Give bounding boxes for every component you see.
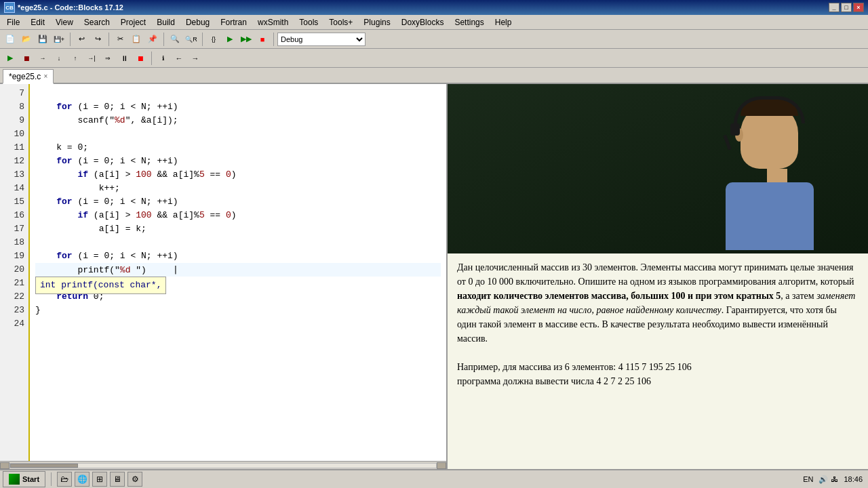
code-line-21: int printf(const char*, (35, 277, 441, 290)
statusbar-sep-1 (51, 472, 52, 486)
editor-scrollbar[interactable] (0, 461, 446, 469)
redo-button[interactable]: ↪ (90, 32, 105, 47)
debug-run-to-button[interactable]: →| (84, 51, 99, 66)
window-controls[interactable]: _ □ × (829, 3, 864, 12)
menu-file[interactable]: File (1, 16, 25, 28)
menu-debug[interactable]: Debug (180, 16, 215, 28)
scrollbar-thumb[interactable] (10, 464, 78, 468)
cut-button[interactable]: ✂ (113, 32, 127, 47)
separator (202, 33, 203, 46)
find-replace-button[interactable]: 🔍R (184, 32, 199, 47)
close-button[interactable]: × (853, 3, 864, 12)
code-line-14: k++; (35, 182, 441, 195)
code-text-area[interactable]: for (i = 0; i < N; ++i) scanf("%d", &a[i… (30, 84, 446, 469)
menu-edit[interactable]: Edit (25, 16, 50, 28)
taskbar-windows-icon[interactable]: ⊞ (92, 472, 107, 487)
menu-build[interactable]: Build (151, 16, 180, 28)
paste-button[interactable]: 📌 (145, 32, 160, 47)
menu-project[interactable]: Project (115, 16, 151, 28)
code-line-10 (35, 127, 441, 141)
menu-view[interactable]: View (50, 16, 79, 28)
person-head (741, 104, 798, 169)
task-example-1: Например, для массива из 6 элементов: 4 … (457, 360, 859, 374)
menu-help[interactable]: Help (490, 16, 517, 28)
menu-search[interactable]: Search (79, 16, 115, 28)
debug-stop2-button[interactable]: ⏹ (133, 51, 148, 66)
stop-button[interactable]: ■ (255, 32, 270, 47)
line-num-21: 21 (0, 277, 28, 290)
find-button[interactable]: 🔍 (167, 32, 182, 47)
run-button[interactable]: ▶ (222, 32, 237, 47)
taskbar-browser-icon[interactable]: 🌐 (75, 472, 90, 487)
debug-back-button[interactable]: ← (172, 51, 186, 66)
autocomplete-popup: int printf(const char*, (35, 277, 166, 294)
line-num-18: 18 (0, 236, 28, 249)
clock: 18:46 (841, 475, 865, 483)
keyword-if-16: if (77, 210, 88, 220)
separator (273, 33, 274, 46)
menu-plugins[interactable]: Plugins (358, 16, 395, 28)
maximize-button[interactable]: □ (841, 3, 852, 12)
start-button[interactable]: Start (3, 471, 45, 487)
menu-tools[interactable]: Tools (294, 16, 323, 28)
taskbar-program-icon[interactable]: 🖥 (110, 472, 125, 487)
code-line-18 (35, 236, 441, 249)
separator (151, 52, 152, 65)
person-body (726, 182, 814, 250)
scroll-right-btn[interactable] (437, 462, 446, 469)
debug-run-button[interactable]: ▶ (3, 51, 18, 66)
code-line-17: a[i] = k; (35, 222, 441, 236)
scroll-left-btn[interactable] (0, 462, 9, 469)
line-num-14: 14 (0, 182, 28, 195)
scrollbar-track[interactable] (9, 463, 437, 468)
debug-forward-button[interactable]: → (188, 51, 203, 66)
debug-stop-button[interactable]: ⏹ (19, 51, 34, 66)
open-button[interactable]: 📂 (19, 32, 34, 47)
person-figure (741, 104, 814, 250)
line-num-11: 11 (0, 141, 28, 155)
debug-next-button[interactable]: → (35, 51, 50, 66)
menu-doxyblocks[interactable]: DoxyBlocks (396, 16, 450, 28)
new-button[interactable]: 📄 (3, 32, 18, 47)
code-editor[interactable]: 7 8 9 10 11 12 13 14 15 16 17 18 19 20 2… (0, 84, 448, 469)
line-num-13: 13 (0, 168, 28, 182)
debug-step-button[interactable]: ↓ (52, 51, 66, 66)
menu-fortran[interactable]: Fortran (215, 16, 252, 28)
minimize-button[interactable]: _ (829, 3, 840, 12)
tab-close-icon[interactable]: × (43, 73, 47, 80)
code-line-23: } (35, 304, 441, 317)
start-icon (9, 474, 20, 485)
code-line-13: if (a[i] > 100 && a[i]%5 == 0) (35, 168, 441, 182)
debug-pause-button[interactable]: ⏸ (117, 51, 132, 66)
copy-button[interactable]: 📋 (129, 32, 144, 47)
tab-ege25[interactable]: *ege25.c × (3, 69, 54, 84)
menu-settings[interactable]: Settings (449, 16, 489, 28)
task-description: Дан целочисленный массив из 30 элементов… (448, 253, 868, 469)
taskbar-settings-icon[interactable]: ⚙ (127, 472, 142, 487)
build-target-dropdown[interactable]: Debug Release (277, 33, 366, 46)
undo-button[interactable]: ↩ (74, 32, 89, 47)
debug-next2-button[interactable]: ⇒ (100, 51, 115, 66)
line-num-7: 7 (0, 87, 28, 100)
keyboard-lang: EN (800, 475, 816, 483)
debug-out-button[interactable]: ↑ (68, 51, 83, 66)
code-line-9: scanf("%d", &a[i]); (35, 114, 441, 127)
line-num-15: 15 (0, 195, 28, 209)
taskbar-folder-icon[interactable]: 🗁 (57, 472, 72, 487)
app-icon: CB (4, 2, 15, 13)
code-line-24 (35, 317, 441, 331)
code-line-16: if (a[i] > 100 && a[i]%5 == 0) (35, 209, 441, 222)
menu-tools-plus[interactable]: Tools+ (323, 16, 358, 28)
run-next-button[interactable]: ▶▶ (239, 32, 254, 47)
code-container: 7 8 9 10 11 12 13 14 15 16 17 18 19 20 2… (0, 84, 446, 469)
save-all-button[interactable]: 💾+ (52, 32, 66, 47)
line-num-12: 12 (0, 155, 28, 168)
keyword-if-13: if (77, 169, 88, 180)
keyword-for-12: for (56, 156, 72, 166)
debug-info-button[interactable]: ℹ (155, 51, 170, 66)
match-button[interactable]: {} (206, 32, 221, 47)
code-line-15: for (i = 0; i < N; ++i) (35, 195, 441, 209)
menu-wxsmith[interactable]: wxSmith (252, 16, 294, 28)
time-display: 18:46 (844, 475, 863, 483)
save-button[interactable]: 💾 (35, 32, 50, 47)
